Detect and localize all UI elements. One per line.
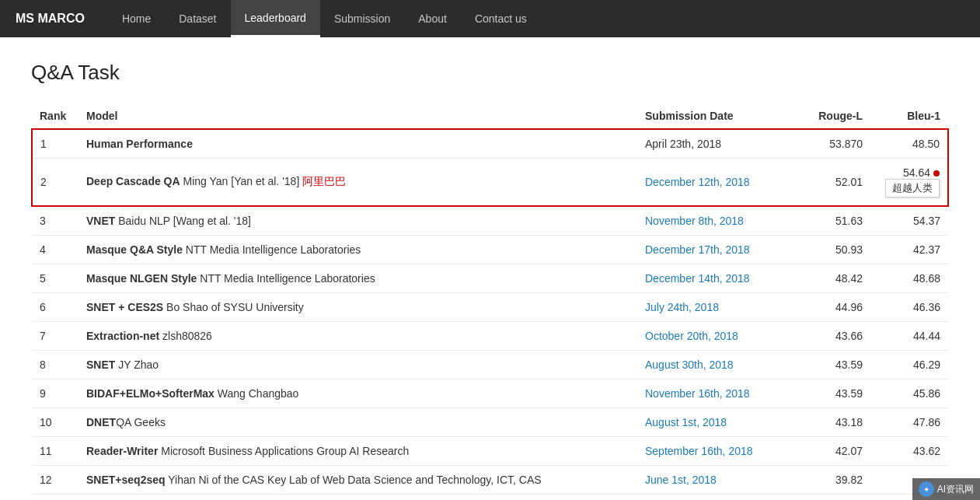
cell-rank: 5 <box>32 264 78 293</box>
brand-logo: MS MARCO <box>16 12 85 26</box>
cell-rouge: 53.870 <box>793 129 870 159</box>
cell-rank: 9 <box>32 379 78 408</box>
model-name-bold: VNET <box>86 215 115 227</box>
header-bleu: Bleu-1 <box>870 103 948 129</box>
date-link[interactable]: November 8th, 2018 <box>645 215 744 227</box>
model-name-rest: NTT Media Intelligence Laboratories <box>197 272 375 285</box>
date-link[interactable]: June 1st, 2018 <box>645 474 717 486</box>
cell-bleu: 43.62 <box>870 437 948 466</box>
cell-rank: 12 <box>32 466 78 495</box>
cell-bleu: 54.64超越人类 <box>870 159 948 207</box>
model-name-bold: Reader-Writer <box>86 445 158 457</box>
cell-date[interactable]: August 30th, 2018 <box>637 351 793 379</box>
cell-rank: 8 <box>32 351 78 379</box>
nav-home[interactable]: Home <box>108 0 165 37</box>
model-name-rest: QA Geeks <box>116 416 166 428</box>
cell-rank: 1 <box>32 129 78 159</box>
leaderboard-table: Rank Model Submission Date Rouge-L Bleu-… <box>31 103 949 495</box>
date-link[interactable]: December 14th, 2018 <box>645 272 750 285</box>
nav-dataset[interactable]: Dataset <box>165 0 230 37</box>
cell-bleu: 46.36 <box>870 293 948 322</box>
date-link[interactable]: July 24th, 2018 <box>645 301 719 313</box>
watermark-text: AI资讯网 <box>937 483 974 496</box>
table-row: 1Human PerformanceApril 23th, 201853.870… <box>32 129 948 159</box>
header-rank: Rank <box>32 103 78 129</box>
watermark-icon: ✦ <box>919 481 934 497</box>
cell-rouge: 43.59 <box>793 351 870 379</box>
date-link[interactable]: August 1st, 2018 <box>645 416 727 428</box>
cell-rank: 3 <box>32 206 78 236</box>
cell-model: Masque NLGEN Style NTT Media Intelligenc… <box>78 264 637 293</box>
table-row: 8SNET JY ZhaoAugust 30th, 201843.5946.29 <box>32 351 948 379</box>
cell-rouge: 52.01 <box>793 159 870 207</box>
cell-model: DNETQA Geeks <box>78 408 637 437</box>
header-rouge: Rouge-L <box>793 103 870 129</box>
model-name-bold: SNET + CES2S <box>86 301 163 313</box>
nav-submission[interactable]: Submission <box>320 0 404 37</box>
cell-bleu: 44.44 <box>870 322 948 351</box>
cell-model: SNET+seq2seq Yihan Ni of the CAS Key Lab… <box>78 466 637 495</box>
model-name-bold: Masque Q&A Style <box>86 243 183 256</box>
cell-date[interactable]: November 8th, 2018 <box>637 206 793 236</box>
cell-rouge: 50.93 <box>793 236 870 264</box>
model-name-bold: BIDAF+ELMo+SofterMax <box>86 387 214 400</box>
table-row: 5Masque NLGEN Style NTT Media Intelligen… <box>32 264 948 293</box>
nav-contact[interactable]: Contact us <box>461 0 541 37</box>
cell-rouge: 43.18 <box>793 408 870 437</box>
nav-leaderboard[interactable]: Leaderboard <box>231 0 320 37</box>
date-link[interactable]: September 16th, 2018 <box>645 445 753 457</box>
cell-rouge: 39.82 <box>793 466 870 495</box>
cell-bleu: 54.37 <box>870 206 948 236</box>
nav-menu: Home Dataset Leaderboard Submission Abou… <box>108 0 541 37</box>
cell-date[interactable]: September 16th, 2018 <box>637 437 793 466</box>
exceed-dot <box>933 170 940 177</box>
table-row: 9BIDAF+ELMo+SofterMax Wang ChangbaoNovem… <box>32 379 948 408</box>
page-title: Q&A Task <box>31 61 949 85</box>
cell-model: Deep Cascade QA Ming Yan [Yan et al. '18… <box>78 159 637 207</box>
cell-model: Extraction-net zlsh80826 <box>78 322 637 351</box>
cell-bleu: 48.68 <box>870 264 948 293</box>
cell-date[interactable]: November 16th, 2018 <box>637 379 793 408</box>
cell-date[interactable]: June 1st, 2018 <box>637 466 793 495</box>
cell-bleu: 46.29 <box>870 351 948 379</box>
model-name-bold: Extraction-net <box>86 330 159 342</box>
date-link[interactable]: December 17th, 2018 <box>645 243 750 256</box>
model-name-bold: DNET <box>86 416 116 428</box>
table-row: 6SNET + CES2S Bo Shao of SYSU University… <box>32 293 948 322</box>
cell-date[interactable]: August 1st, 2018 <box>637 408 793 437</box>
cell-rank: 4 <box>32 236 78 264</box>
cell-rank: 11 <box>32 437 78 466</box>
model-name-rest: zlsh80826 <box>159 330 212 342</box>
date-link[interactable]: November 16th, 2018 <box>645 387 750 400</box>
cell-model: Reader-Writer Microsoft Business Applica… <box>78 437 637 466</box>
model-name-bold: Deep Cascade QA <box>86 175 180 187</box>
cell-rank: 6 <box>32 293 78 322</box>
table-row: 2Deep Cascade QA Ming Yan [Yan et al. '1… <box>32 159 948 207</box>
cell-date[interactable]: December 17th, 2018 <box>637 236 793 264</box>
cell-date[interactable]: October 20th, 2018 <box>637 322 793 351</box>
cell-model: Masque Q&A Style NTT Media Intelligence … <box>78 236 637 264</box>
cell-bleu: 48.50 <box>870 129 948 159</box>
model-name-rest: Yihan Ni of the CAS Key Lab of Web Data … <box>166 474 542 486</box>
cell-date[interactable]: December 14th, 2018 <box>637 264 793 293</box>
model-name-rest: Wang Changbao <box>214 387 298 400</box>
cell-rank: 10 <box>32 408 78 437</box>
cell-date[interactable]: July 24th, 2018 <box>637 293 793 322</box>
main-content: Q&A Task Rank Model Submission Date Roug… <box>0 37 980 500</box>
date-link[interactable]: August 30th, 2018 <box>645 358 734 371</box>
table-row: 10DNETQA GeeksAugust 1st, 201843.1847.86 <box>32 408 948 437</box>
table-header-row: Rank Model Submission Date Rouge-L Bleu-… <box>32 103 948 129</box>
cell-date[interactable]: December 12th, 2018 <box>637 159 793 207</box>
cell-model: BIDAF+ELMo+SofterMax Wang Changbao <box>78 379 637 408</box>
model-name-bold: SNET+seq2seq <box>86 474 166 486</box>
nav-about[interactable]: About <box>404 0 461 37</box>
cell-model: SNET JY Zhao <box>78 351 637 379</box>
date-link[interactable]: October 20th, 2018 <box>645 330 738 342</box>
table-row: 7Extraction-net zlsh80826October 20th, 2… <box>32 322 948 351</box>
cell-rouge: 48.42 <box>793 264 870 293</box>
model-name-rest: Microsoft Business Applications Group AI… <box>158 445 409 457</box>
date-link[interactable]: December 12th, 2018 <box>645 176 750 188</box>
cell-model: SNET + CES2S Bo Shao of SYSU University <box>78 293 637 322</box>
cell-model: VNET Baidu NLP [Wang et al. '18] <box>78 206 637 236</box>
model-name-bold: Masque NLGEN Style <box>86 272 197 285</box>
